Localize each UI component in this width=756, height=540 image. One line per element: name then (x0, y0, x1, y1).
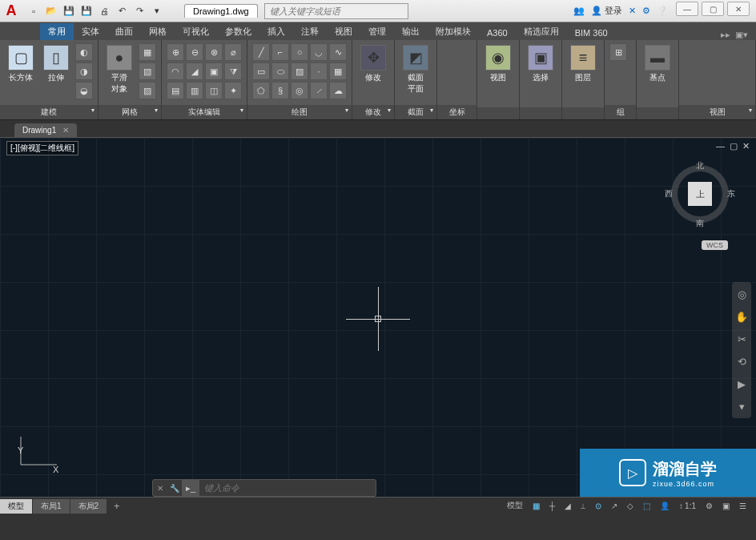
compass-east[interactable]: 东 (727, 188, 735, 199)
mesh-more-icon[interactable]: ▦ (139, 43, 156, 61)
nav-expand-icon[interactable]: ▾ (734, 399, 749, 413)
infocenter-icon[interactable]: 👥 (573, 6, 585, 16)
extrude-button[interactable]: ▯ 拉伸 (40, 43, 72, 85)
modify-button[interactable]: ✥ 修改 (357, 43, 389, 85)
extrude-face-icon[interactable]: ▤ (167, 82, 184, 99)
3dpoly-icon[interactable]: ⟋ (310, 82, 328, 99)
status-clean-icon[interactable]: ▣ (719, 500, 733, 512)
ribbon-tab-parametric[interactable]: 参数化 (217, 23, 259, 40)
panel-label-view-right[interactable]: 视图▾ (679, 105, 755, 119)
compass-west[interactable]: 西 (665, 188, 673, 199)
qat-undo-icon[interactable]: ↶ (114, 3, 130, 19)
shell-icon[interactable]: ▣ (205, 62, 223, 80)
panel-label-coord[interactable]: 坐标 (437, 105, 477, 119)
revision-icon[interactable]: ☁ (329, 82, 347, 99)
layout-tab-model[interactable]: 模型 (0, 499, 33, 514)
ribbon-tab-bim360[interactable]: BIM 360 (567, 26, 616, 40)
panel-label-mesh[interactable]: 网格▾ (99, 105, 161, 119)
donut-icon[interactable]: ◎ (291, 82, 308, 99)
layout-tab-layout2[interactable]: 布局2 (70, 499, 108, 514)
viewport-close-icon[interactable]: ✕ (742, 141, 750, 151)
ellipse-icon[interactable]: ⬭ (271, 62, 289, 80)
chamfer-icon[interactable]: ◢ (186, 62, 203, 80)
smooth-object-button[interactable]: ● 平滑 对象 (103, 43, 135, 96)
window-close-button[interactable]: ✕ (727, 2, 750, 16)
ribbon-expand-icon[interactable]: ▸▸ (721, 30, 730, 40)
login-button[interactable]: 👤 登录 (591, 5, 622, 17)
app-manager-icon[interactable]: ⚙ (642, 6, 650, 16)
ribbon-tab-output[interactable]: 输出 (394, 23, 428, 40)
group-icon[interactable]: ⊞ (609, 43, 627, 61)
nav-showmotion-icon[interactable]: ▶ (734, 377, 749, 391)
slice-icon[interactable]: ⌀ (224, 43, 242, 61)
close-file-icon[interactable]: ✕ (62, 126, 69, 135)
nav-pan-icon[interactable]: ✋ (734, 309, 749, 324)
status-osnap-icon[interactable]: ⊙ (592, 500, 605, 512)
status-workspace-icon[interactable]: ⚙ (702, 500, 716, 512)
ribbon-tab-mesh[interactable]: 网格 (141, 23, 175, 40)
status-scale[interactable]: ↕ 1:1 (676, 500, 699, 512)
circle-icon[interactable]: ○ (291, 43, 308, 61)
panel-label-modeling[interactable]: 建模▾ (0, 105, 98, 119)
viewport-label[interactable]: [-][俯视][二维线框] (6, 141, 78, 155)
qat-save-icon[interactable]: 💾 (61, 3, 77, 19)
window-maximize-button[interactable]: ▢ (702, 2, 724, 16)
clean-icon[interactable]: ✦ (224, 82, 242, 99)
search-input[interactable] (264, 3, 408, 19)
viewcube[interactable]: 上 北 南 西 东 (668, 162, 732, 226)
ribbon-tab-annotate[interactable]: 注释 (293, 23, 327, 40)
nav-wheel-icon[interactable]: ◎ (734, 287, 749, 301)
qat-redo-icon[interactable]: ↷ (131, 3, 147, 19)
helix-icon[interactable]: § (271, 82, 289, 99)
viewport-maximize-icon[interactable]: ▢ (730, 141, 738, 151)
status-grid-icon[interactable]: ▦ (529, 500, 543, 512)
ribbon-tab-view[interactable]: 视图 (327, 23, 360, 40)
ribbon-tab-solid[interactable]: 实体 (74, 23, 107, 40)
arc-icon[interactable]: ◡ (310, 43, 328, 61)
section-plane-button[interactable]: ◩ 截面 平面 (400, 43, 432, 96)
rectangle-icon[interactable]: ▭ (252, 62, 270, 80)
revolve-icon[interactable]: ◑ (75, 62, 93, 80)
panel-label-solid-edit[interactable]: 实体编辑▾ (162, 105, 247, 119)
ribbon-tab-featured[interactable]: 精选应用 (516, 23, 567, 40)
view-button[interactable]: ◉ 视图 (482, 43, 514, 85)
intersect-icon[interactable]: ⊗ (205, 43, 223, 61)
region-icon[interactable]: ▦ (329, 62, 347, 80)
app-icon[interactable]: A (0, 0, 22, 22)
status-lwt-icon[interactable]: ⬚ (640, 500, 653, 512)
panel-label-draw[interactable]: 绘图▾ (247, 105, 352, 119)
polyline-icon[interactable]: ⌐ (271, 43, 289, 61)
hatch-icon[interactable]: ▨ (291, 62, 308, 80)
compass-north[interactable]: 北 (696, 160, 704, 171)
layout-add-button[interactable]: + (107, 499, 126, 514)
status-customize-icon[interactable]: ☰ (736, 500, 750, 512)
drawing-canvas[interactable]: [-][俯视][二维线框] — ▢ ✕ 上 北 南 西 东 WCS ◎ ✋ ✂ … (0, 138, 756, 514)
ribbon-tab-surface[interactable]: 曲面 (107, 23, 141, 40)
qat-dropdown-icon[interactable]: ▾ (149, 3, 165, 19)
panel-label-modify[interactable]: 修改▾ (352, 105, 394, 119)
ribbon-tab-insert[interactable]: 插入 (259, 23, 293, 40)
panel-label-section[interactable]: 截面▾ (395, 105, 436, 119)
cmdline-close-icon[interactable]: ✕ (153, 484, 167, 493)
exchange-icon[interactable]: ✕ (629, 6, 636, 16)
status-polar-icon[interactable]: ⟂ (577, 500, 589, 512)
union-icon[interactable]: ⊕ (167, 43, 184, 61)
cmdline-config-icon[interactable]: 🔧 (167, 484, 182, 493)
ribbon-tab-manage[interactable]: 管理 (360, 23, 394, 40)
mesh-refine-icon[interactable]: ▨ (139, 82, 156, 99)
ribbon-tab-addins[interactable]: 附加模块 (428, 23, 479, 40)
help-icon[interactable]: ❔ (657, 6, 668, 16)
layer-button[interactable]: ≡ 图层 (567, 43, 599, 85)
wcs-badge[interactable]: WCS (702, 240, 728, 250)
qat-new-icon[interactable]: ▫ (26, 3, 42, 19)
polygon-icon[interactable]: ⬠ (252, 82, 270, 99)
qat-open-icon[interactable]: 📂 (43, 3, 59, 19)
status-qp-icon[interactable]: 👤 (657, 500, 673, 512)
viewport-minimize-icon[interactable]: — (716, 141, 725, 151)
box-button[interactable]: ▢ 长方体 (5, 43, 37, 85)
select-button[interactable]: ▣ 选择 (525, 43, 557, 85)
status-dyn-icon[interactable]: ◇ (624, 500, 637, 512)
ribbon-tab-home[interactable]: 常用 (40, 23, 74, 40)
subtract-icon[interactable]: ⊖ (186, 43, 203, 61)
point-icon[interactable]: · (310, 62, 328, 80)
